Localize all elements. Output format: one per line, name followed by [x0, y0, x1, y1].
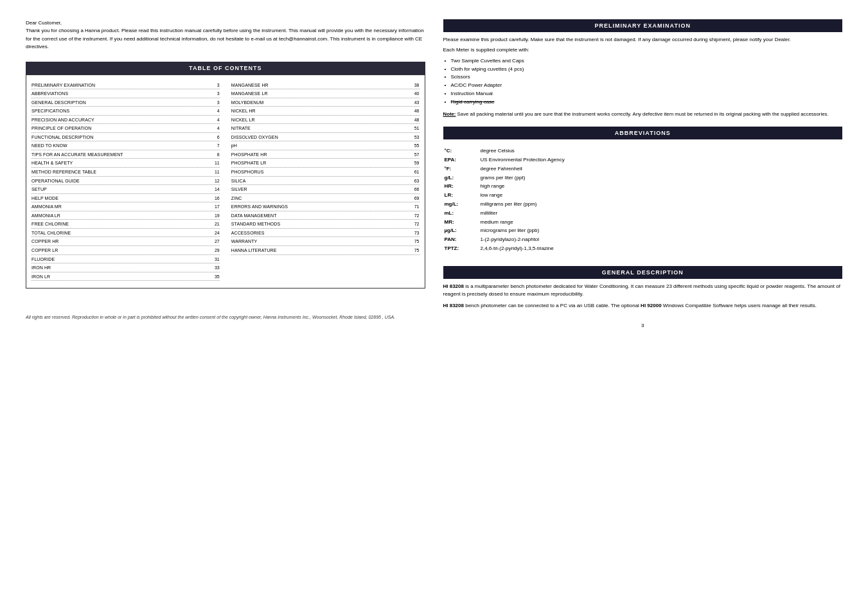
toc-item: FUNCTIONAL DESCRIPTION6 [31, 134, 220, 142]
toc-right-col: MANGANESE HR38MANGANESE LR40MOLYBDENUM43… [231, 82, 420, 282]
toc-page: 4 [217, 116, 220, 124]
toc-label: SILICA [231, 177, 412, 185]
toc-item: HEALTH & SAFETY11 [31, 159, 220, 168]
toc-page: 33 [215, 264, 220, 272]
toc-item: SILICA63 [231, 177, 420, 186]
toc-label: ABBREVIATIONS [31, 90, 215, 98]
toc-page: 27 [215, 238, 220, 245]
toc-label: SPECIFICATIONS [31, 107, 215, 115]
toc-page: 12 [215, 177, 220, 185]
toc-item: STANDARD METHODS72 [231, 220, 420, 229]
footer-note: All rights are reserved. Reproduction in… [26, 314, 425, 321]
toc-item: GENERAL DESCRIPTION3 [31, 99, 220, 107]
toc-label: NICKEL HR [231, 107, 412, 115]
abbr-key: HR: [445, 182, 477, 191]
toc-page: 40 [414, 90, 420, 98]
abbr-header: ABBREVIATIONS [443, 127, 843, 139]
toc-item: METHOD REFERENCE TABLE11 [31, 168, 220, 177]
prelim-section: PRELIMINARY EXAMINATION Please examine t… [443, 19, 843, 118]
abbr-value: milliliter [481, 209, 842, 218]
page-number: 3 [443, 323, 843, 328]
toc-page: 73 [414, 229, 420, 237]
toc-item: HELP MODE16 [31, 195, 220, 203]
toc-item: WARRANTY75 [231, 238, 420, 246]
toc-page: 57 [414, 151, 420, 159]
prelim-items-list: Two Sample Cuvettes and CapsCloth for wi… [443, 57, 843, 107]
toc-label: PRINCIPLE OF OPERATION [31, 125, 215, 132]
toc-item: NITRATE51 [231, 125, 420, 133]
toc-label: COPPER HR [31, 238, 213, 245]
toc-header: TABLE OF CONTENTS [26, 62, 425, 75]
toc-page: 69 [414, 195, 420, 202]
abbr-value: degree Fahrenheit [481, 165, 842, 173]
toc-columns: PRELIMINARY EXAMINATION3ABBREVIATIONS3GE… [31, 82, 420, 282]
abbr-value: US Environmental Protection Agency [481, 156, 842, 164]
toc-page: 61 [414, 168, 420, 176]
note-label: Note: [443, 111, 456, 117]
toc-item: COPPER HR27 [31, 238, 220, 246]
toc-label: PHOSPHATE LR [231, 159, 412, 167]
toc-item: ZINC69 [231, 195, 420, 203]
toc-item: MANGANESE HR38 [231, 82, 420, 90]
toc-label: HELP MODE [31, 195, 213, 202]
toc-page: 11 [215, 168, 220, 176]
abbr-key: PAN: [445, 236, 477, 244]
toc-page: 51 [414, 125, 420, 132]
gen-desc-p1: HI 83208 is a multiparameter bench photo… [443, 283, 843, 299]
toc-label: AMMONIA LR [31, 212, 213, 220]
toc-page: 7 [217, 142, 220, 150]
toc-label: STANDARD METHODS [231, 220, 412, 228]
note-text: Save all packing material until you are … [457, 111, 829, 117]
toc-page: 71 [414, 203, 420, 211]
gen-desc-body3: Windows Compatible Software helps users … [662, 303, 817, 308]
toc-page: 8 [217, 151, 220, 159]
abbr-key: °C: [445, 147, 477, 155]
toc-label: METHOD REFERENCE TABLE [31, 168, 213, 176]
abbr-key: LR: [445, 191, 477, 200]
toc-label: NICKEL LR [231, 116, 412, 124]
toc-item: PRECISION AND ACCURACY4 [31, 116, 220, 125]
toc-page: 35 [215, 273, 220, 281]
toc-label: IRON HR [31, 264, 213, 272]
toc-item: DISSOLVED OXYGEN53 [231, 134, 420, 142]
toc-item: TIPS FOR AN ACCURATE MEASUREMENT8 [31, 151, 220, 159]
right-column: PRELIMINARY EXAMINATION Please examine t… [443, 19, 843, 328]
prelim-list-item: Cloth for wiping cuvettes (4 pcs) [451, 66, 843, 74]
toc-item: AMMONIA MR17 [31, 203, 220, 211]
toc-label: SILVER [231, 186, 412, 193]
abbr-section: ABBREVIATIONS °C:degree CelsiusEPA:US En… [443, 127, 843, 257]
toc-page: 48 [414, 116, 420, 124]
gen-desc-body2: bench photometer can be connected to a P… [464, 303, 641, 308]
abbr-value: degree Celsius [481, 147, 842, 155]
toc-label: PHOSPHATE HR [231, 151, 412, 159]
toc-label: MANGANESE HR [231, 82, 412, 89]
prelim-header: PRELIMINARY EXAMINATION [443, 19, 843, 32]
toc-label: PHOSPHORUS [231, 168, 412, 176]
toc-item: MOLYBDENUM43 [231, 99, 420, 107]
left-column: Dear Customer, Thank you for choosing a … [26, 19, 425, 328]
prelim-list-item: AC/DC Power Adapter [451, 82, 843, 90]
toc-item: ACCESSORIES73 [231, 229, 420, 238]
toc-label: FUNCTIONAL DESCRIPTION [31, 134, 215, 141]
toc-item: PRINCIPLE OF OPERATION4 [31, 125, 220, 133]
gen-desc-body: HI 83208 is a multiparameter bench photo… [443, 283, 843, 310]
abbr-value: 1-(2-pyridylazo)-2-naphtol [481, 236, 842, 244]
toc-item: SETUP14 [31, 186, 220, 194]
toc-page: 59 [414, 159, 420, 167]
model-number: HI 83208 [443, 283, 464, 289]
toc-item: ERRORS AND WARNINGS71 [231, 203, 420, 211]
toc-item: AMMONIA LR19 [31, 212, 220, 220]
toc-item: DATA MANAGEMENT72 [231, 212, 420, 220]
abbr-key: EPA: [445, 156, 477, 164]
toc-page: 3 [217, 99, 220, 107]
prelim-list-item: Instruction Manual [451, 90, 843, 98]
toc-left-col: PRELIMINARY EXAMINATION3ABBREVIATIONS3GE… [31, 82, 220, 282]
abbr-value: 2,4,6-tri-(2-pyridyl)-1,3,5-triazine [481, 245, 842, 253]
abbr-key: MR: [445, 218, 477, 227]
toc-page: 53 [414, 134, 420, 141]
abbr-value: micrograms per liter (ppb) [481, 227, 842, 235]
toc-item: OPERATIONAL GUIDE12 [31, 177, 220, 186]
model-number-2: HI 83208 [443, 303, 464, 308]
toc-page: 3 [217, 82, 220, 89]
abbr-value: low range [481, 191, 842, 200]
